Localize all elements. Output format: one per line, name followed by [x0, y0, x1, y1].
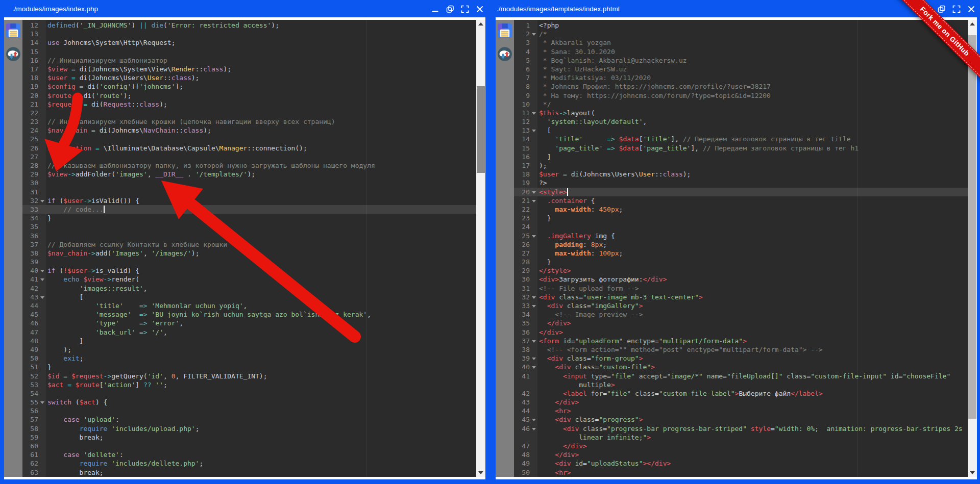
code-text: linear infinite;"> [537, 433, 968, 442]
code-text: <style> [537, 188, 968, 196]
fold-arrow-icon[interactable] [40, 401, 44, 404]
code-text: </div> [537, 450, 968, 459]
fold-arrow-icon[interactable] [40, 296, 44, 299]
line-number: 44 [514, 406, 537, 415]
code-text: </div> [537, 442, 968, 450]
code-line: 15 'page_title' => $data['page_title'], … [514, 144, 968, 152]
fold-arrow-icon[interactable] [532, 366, 536, 369]
line-number: 19 [514, 179, 537, 187]
fold-arrow-icon[interactable] [532, 200, 536, 202]
code-line: 61 case 'dellete': [22, 450, 476, 459]
restore-button[interactable] [937, 5, 946, 14]
code-text: break; [46, 433, 476, 442]
fold-arrow-icon[interactable] [532, 419, 536, 421]
fold-arrow-icon[interactable] [532, 112, 536, 115]
maximize-button[interactable] [460, 5, 470, 14]
line-number: 45 [22, 310, 46, 319]
code-line: 50 exit; [22, 354, 476, 363]
fold-arrow-icon[interactable] [532, 191, 536, 194]
line-number: 27 [514, 249, 537, 258]
cloud-sync-icon[interactable] [6, 46, 21, 62]
fold-arrow-icon[interactable] [532, 340, 536, 343]
fold-arrow-icon[interactable] [532, 33, 536, 36]
code-line: 28// Указываем шаблонизатору папку, из к… [22, 161, 476, 170]
scroll-down-arrow-icon[interactable] [968, 469, 977, 477]
window-index-php: ./modules/images/index.php [0, 1, 488, 482]
code-line: 29</style> [514, 266, 968, 275]
fold-arrow-icon[interactable] [532, 130, 536, 132]
save-floppy-icon[interactable] [6, 23, 21, 38]
vertical-scrollbar[interactable] [476, 20, 485, 477]
code-line: 44 <hr> [514, 406, 968, 415]
maximize-button[interactable] [952, 5, 961, 14]
code-text: break; [46, 468, 476, 477]
code-text: ); [537, 161, 968, 170]
code-line: 55switch ($act) { [22, 398, 476, 406]
line-number: 57 [22, 415, 46, 424]
code-text: </div> [537, 398, 968, 406]
code-line: 40 <div class="custom-file"> [514, 363, 968, 371]
line-number: 54 [22, 389, 46, 398]
close-button[interactable] [967, 5, 976, 14]
code-text [46, 152, 476, 161]
scrollbar-thumb[interactable] [477, 86, 485, 173]
code-line: 16 ] [514, 152, 968, 161]
restore-button[interactable] [446, 5, 455, 14]
code-text: require 'includes/dellete.php'; [46, 459, 476, 468]
fold-arrow-icon[interactable] [532, 428, 536, 430]
code-text: $view = di(Johncms\System\View\Render::c… [46, 65, 476, 73]
fold-arrow-icon[interactable] [40, 200, 44, 202]
code-text: 'system::layout/default', [537, 117, 968, 126]
line-number: 37 [22, 240, 46, 249]
line-number: 51 [22, 363, 46, 371]
line-number: 22 [22, 109, 46, 117]
code-editor-left[interactable]: 12defined('_IN_JOHNCMS') || die('Error: … [22, 20, 476, 477]
code-text: </div> [537, 319, 968, 327]
line-number: 49 [514, 459, 537, 468]
code-text: if (!$user->is_valid) { [46, 266, 476, 275]
close-button[interactable] [475, 5, 484, 14]
minimize-button[interactable] [431, 5, 440, 14]
code-line: 20<style> [514, 188, 968, 196]
code-text: <div class="progress"> [537, 415, 968, 424]
code-line: 60 [22, 442, 476, 450]
fold-arrow-icon[interactable] [40, 278, 44, 281]
fold-arrow-icon[interactable] [532, 296, 536, 299]
line-number: 39 [514, 354, 537, 363]
code-text: [ [537, 126, 968, 135]
fold-arrow-icon[interactable] [532, 235, 536, 238]
code-line: 36 [22, 232, 476, 240]
line-number: 31 [22, 188, 46, 196]
line-number: 26 [514, 240, 537, 249]
code-text [46, 30, 476, 38]
fold-arrow-icon[interactable] [40, 270, 44, 272]
scroll-up-arrow-icon[interactable] [476, 20, 485, 28]
code-text: if ($user->isValid()) { [46, 196, 476, 205]
code-text: case 'dellete': [46, 450, 476, 459]
code-line: 11$this->layout( [514, 109, 968, 117]
line-number: 23 [22, 117, 46, 126]
line-number: 47 [22, 328, 46, 337]
code-line: 23 } [514, 214, 968, 222]
titlebar[interactable]: ./modules/images/index.php [0, 1, 488, 17]
line-number: 24 [514, 222, 537, 231]
line-number: 38 [22, 249, 46, 258]
code-line: 13 [ [514, 126, 968, 135]
code-line: 25 .imgGallery img { [514, 232, 968, 240]
desktop: { "palette":{"titlebar_blue":"#0b57f0","… [0, 0, 980, 484]
editor-toolbar [496, 20, 514, 477]
code-text: // Инициализируем хлебные крошки (цепочк… [46, 117, 476, 126]
code-text: <hr> [537, 468, 968, 477]
code-text [46, 135, 476, 143]
line-number: 18 [514, 170, 537, 179]
code-line: 38 <!-- <form action="" method="post" en… [514, 345, 968, 354]
line-number: 56 [22, 406, 46, 415]
scroll-down-arrow-icon[interactable] [476, 469, 485, 477]
code-line: 47 'back_url' => '/', [22, 328, 476, 337]
fold-arrow-icon[interactable] [532, 305, 536, 308]
cloud-sync-icon[interactable] [497, 46, 512, 62]
save-floppy-icon[interactable] [497, 23, 512, 38]
fold-arrow-icon[interactable] [532, 358, 536, 360]
code-line: multiple> [514, 380, 968, 389]
code-line: 32<div class="user-image mb-3 text-cente… [514, 293, 968, 301]
